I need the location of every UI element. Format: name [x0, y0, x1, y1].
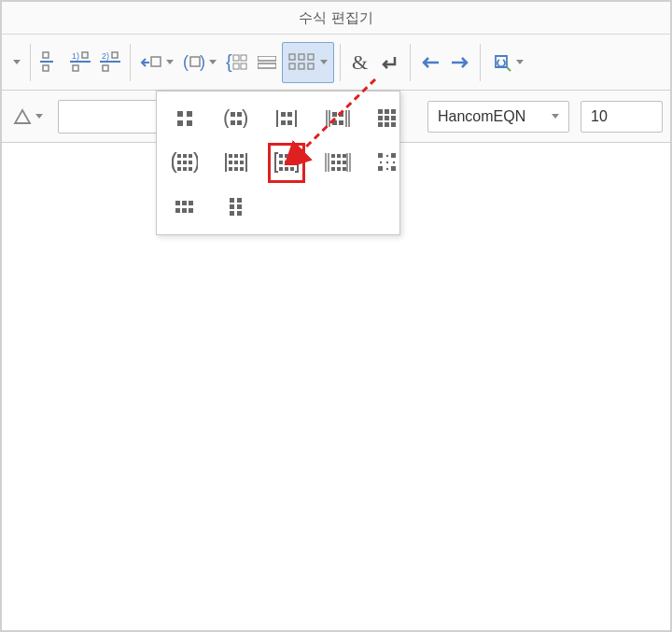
- svg-text:&: &: [352, 51, 368, 74]
- svg-rect-25: [289, 63, 295, 69]
- svg-rect-91: [285, 167, 288, 171]
- chevron-down-icon: [35, 114, 43, 119]
- svg-rect-64: [183, 154, 187, 158]
- svg-rect-34: [231, 112, 235, 117]
- matrix-option-dblbar-3x3[interactable]: [325, 149, 351, 177]
- matrix-dropdown-button[interactable]: [282, 42, 334, 83]
- svg-rect-53: [378, 109, 383, 114]
- refresh-icon: [490, 52, 512, 73]
- fraction-button-2[interactable]: 1): [66, 42, 94, 83]
- svg-rect-102: [337, 167, 341, 171]
- svg-rect-56: [378, 116, 383, 120]
- main-toolbar: 1) 2) () { &: [2, 35, 670, 91]
- svg-rect-92: [290, 167, 294, 171]
- svg-rect-43: [287, 120, 292, 125]
- equal-button[interactable]: [254, 42, 280, 83]
- matrix-option-3x3[interactable]: [377, 105, 398, 133]
- refresh-button[interactable]: [486, 42, 527, 83]
- svg-rect-120: [189, 208, 193, 213]
- svg-text:2): 2): [102, 51, 109, 61]
- equal-rows-icon: [258, 56, 276, 69]
- svg-rect-22: [289, 54, 295, 60]
- fraction-3-icon: 2): [100, 50, 120, 75]
- svg-rect-29: [177, 111, 183, 117]
- triangle-icon: [13, 108, 32, 125]
- svg-text:(: (: [172, 152, 178, 173]
- svg-rect-79: [240, 161, 244, 164]
- window-title: 수식 편집기: [299, 9, 372, 27]
- svg-rect-17: [241, 55, 246, 61]
- toolbar-dropdown-1[interactable]: [6, 42, 24, 83]
- svg-rect-69: [177, 167, 181, 171]
- svg-rect-114: [391, 166, 396, 171]
- svg-point-107: [386, 155, 388, 157]
- prev-button[interactable]: [416, 42, 444, 83]
- fraction-icon: [40, 50, 61, 75]
- svg-rect-88: [285, 161, 288, 164]
- matrix-option-dots-3x3[interactable]: [377, 149, 398, 177]
- matrix-option-bar-2x2[interactable]: [274, 105, 299, 133]
- svg-rect-84: [279, 154, 283, 158]
- font-name-value: HancomEQN: [438, 108, 525, 125]
- svg-rect-59: [378, 122, 383, 127]
- svg-rect-48: [339, 112, 343, 117]
- arrow-combo-button[interactable]: [136, 42, 177, 83]
- matrix-option-2x3[interactable]: [172, 193, 198, 221]
- style-triangle-button[interactable]: [9, 100, 47, 133]
- svg-rect-0: [43, 52, 49, 58]
- ampersand-button[interactable]: &: [346, 42, 374, 83]
- svg-point-109: [380, 162, 382, 163]
- svg-rect-41: [287, 112, 292, 117]
- fraction-button-3[interactable]: 2): [96, 42, 124, 83]
- matrix-option-dblbar-2x2[interactable]: [325, 105, 351, 133]
- svg-rect-58: [391, 116, 396, 120]
- matrix-option-3x2[interactable]: [224, 193, 248, 221]
- svg-rect-21: [258, 63, 276, 68]
- chevron-down-icon: [552, 114, 559, 119]
- svg-rect-19: [241, 63, 246, 69]
- svg-rect-13: [190, 57, 200, 66]
- matrix-option-bracket-3x3[interactable]: [274, 149, 299, 177]
- paren-box-icon: (): [183, 52, 205, 73]
- chevron-down-icon: [13, 60, 21, 64]
- svg-rect-42: [281, 120, 286, 125]
- matrix-option-paren-2x2[interactable]: (): [224, 105, 248, 133]
- svg-rect-67: [183, 161, 187, 164]
- svg-rect-103: [343, 167, 346, 171]
- svg-rect-75: [234, 154, 238, 158]
- font-size-select[interactable]: 10: [581, 101, 663, 133]
- matrix-3x3-icon: [288, 53, 316, 72]
- matrix-option-paren-3x3[interactable]: (): [172, 149, 198, 177]
- svg-text:): ): [242, 109, 248, 128]
- svg-text:(: (: [224, 109, 231, 128]
- font-name-select[interactable]: HancomEQN: [427, 101, 569, 133]
- svg-rect-66: [177, 161, 181, 164]
- fraction-button-1[interactable]: [36, 42, 64, 83]
- svg-rect-55: [391, 109, 396, 114]
- paren-combo-button[interactable]: (): [179, 42, 220, 83]
- return-button[interactable]: [376, 42, 404, 83]
- arrow-right-icon: [450, 56, 470, 69]
- svg-text:{: {: [226, 52, 232, 72]
- matrix-option-2x2[interactable]: [172, 105, 198, 133]
- svg-rect-27: [308, 63, 314, 69]
- svg-rect-16: [233, 55, 239, 61]
- svg-rect-61: [391, 122, 396, 127]
- svg-rect-23: [299, 54, 304, 60]
- svg-rect-20: [258, 56, 276, 61]
- svg-rect-1: [43, 65, 49, 71]
- matrix-option-bar-3x3[interactable]: [224, 149, 248, 177]
- svg-rect-115: [175, 201, 180, 205]
- svg-rect-85: [285, 154, 288, 158]
- svg-rect-63: [177, 154, 181, 158]
- brace-button[interactable]: {: [222, 42, 252, 83]
- svg-rect-106: [378, 153, 383, 158]
- font-size-value: 10: [591, 108, 608, 125]
- arrow-left-icon: [420, 56, 441, 69]
- svg-rect-98: [331, 161, 335, 164]
- svg-rect-119: [182, 208, 187, 213]
- svg-rect-78: [234, 161, 238, 164]
- svg-text:1): 1): [72, 51, 79, 61]
- next-button[interactable]: [446, 42, 474, 83]
- svg-point-110: [386, 162, 388, 163]
